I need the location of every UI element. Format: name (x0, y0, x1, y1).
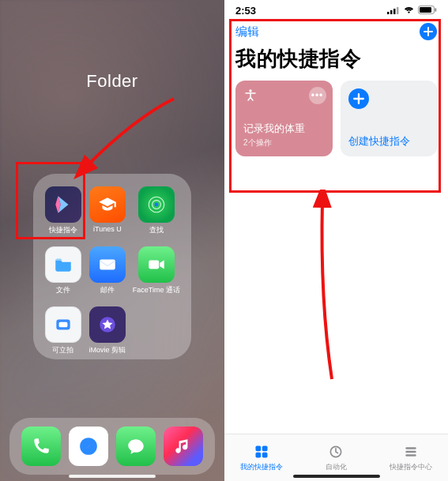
app-find-my[interactable]: 查找 (133, 186, 180, 235)
signal-icon (387, 5, 400, 17)
video-icon (138, 246, 175, 283)
add-shortcut-button[interactable] (420, 23, 437, 40)
app-label: 查找 (149, 225, 164, 235)
card-subtitle: 2个操作 (243, 137, 325, 148)
svg-rect-11 (393, 9, 396, 14)
svg-rect-10 (390, 10, 393, 14)
shortcut-card-weight[interactable]: ••• 记录我的体重 2个操作 (235, 81, 333, 156)
app-mail[interactable]: 邮件 (88, 246, 126, 295)
app-clips[interactable]: 可立拍 (44, 306, 82, 355)
battery-icon (418, 5, 437, 17)
tab-label: 快捷指令中心 (390, 462, 432, 472)
app-imovie[interactable]: iMovie 剪辑 (88, 306, 126, 355)
svg-rect-4 (149, 261, 159, 269)
card-title: 创建快捷指令 (348, 134, 410, 148)
status-time: 2:53 (235, 5, 256, 17)
home-indicator[interactable] (69, 475, 156, 478)
wifi-icon (403, 5, 415, 17)
svg-rect-17 (256, 445, 262, 451)
svg-rect-23 (405, 450, 416, 453)
folder-panel: 快捷指令 iTunes U 查找 (33, 174, 191, 359)
svg-rect-22 (405, 447, 416, 449)
home-screen-folder: Folder 快捷指令 iTunes U (0, 0, 224, 481)
folder-icon (45, 246, 81, 283)
tab-my-shortcuts[interactable]: 我的快捷指令 (224, 434, 299, 481)
folder-title: Folder (86, 71, 137, 92)
svg-point-8 (80, 438, 97, 455)
dock-music-icon[interactable] (164, 427, 203, 466)
edit-button[interactable]: 编辑 (235, 24, 259, 39)
nav-toolbar: 编辑 (224, 18, 448, 42)
dock-messages-icon[interactable] (116, 427, 156, 466)
home-indicator[interactable] (293, 475, 380, 478)
page-title: 我的快捷指令 (224, 42, 448, 81)
more-icon[interactable]: ••• (309, 87, 326, 104)
app-itunes-u[interactable]: iTunes U (88, 186, 126, 235)
svg-rect-18 (262, 445, 268, 451)
clips-icon (45, 306, 81, 343)
app-label: FaceTime 通话 (133, 285, 180, 295)
status-bar: 2:53 (224, 0, 448, 18)
svg-rect-14 (420, 7, 431, 13)
app-label: iTunes U (93, 225, 122, 233)
app-shortcuts[interactable]: 快捷指令 (44, 186, 82, 235)
plus-icon (348, 88, 369, 109)
svg-rect-19 (256, 452, 262, 457)
svg-rect-20 (262, 452, 268, 457)
graduation-cap-icon (89, 186, 126, 223)
radar-icon (138, 186, 175, 223)
tab-bar: 我的快捷指令 自动化 快捷指令中心 (224, 434, 448, 481)
dock (9, 418, 215, 475)
svg-rect-6 (59, 322, 68, 328)
app-label: iMovie 剪辑 (89, 345, 126, 355)
dock-phone-icon[interactable] (21, 427, 61, 466)
svg-rect-9 (387, 12, 390, 14)
app-label: 邮件 (100, 285, 115, 295)
svg-rect-15 (435, 8, 437, 11)
tab-gallery[interactable]: 快捷指令中心 (374, 434, 448, 481)
app-label: 快捷指令 (49, 225, 77, 235)
svg-rect-3 (100, 260, 115, 270)
create-shortcut-card[interactable]: 创建快捷指令 (341, 81, 438, 156)
shortcuts-icon (45, 186, 81, 223)
shortcuts-app: 2:53 编辑 我的快捷指令 ••• 记录我的体重 2个操作 (224, 0, 448, 481)
tab-label: 我的快捷指令 (240, 462, 283, 472)
app-label: 可立拍 (52, 345, 73, 355)
card-title: 记录我的体重 (243, 122, 325, 136)
star-icon (89, 306, 126, 343)
tab-label: 自动化 (326, 462, 347, 472)
svg-point-2 (154, 203, 158, 207)
svg-rect-24 (405, 454, 416, 457)
shortcut-cards: ••• 记录我的体重 2个操作 创建快捷指令 (224, 81, 448, 156)
app-files[interactable]: 文件 (44, 246, 82, 295)
app-label: 文件 (56, 285, 70, 295)
envelope-icon (89, 246, 126, 283)
app-facetime[interactable]: FaceTime 通话 (133, 246, 180, 295)
svg-rect-12 (397, 7, 399, 14)
dock-safari-icon[interactable] (69, 427, 108, 466)
svg-point-16 (249, 89, 251, 92)
